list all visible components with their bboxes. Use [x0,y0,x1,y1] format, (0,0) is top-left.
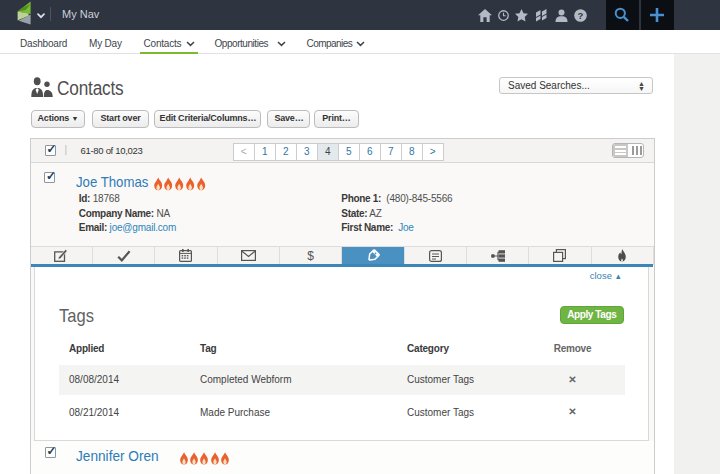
svg-text:?: ? [578,9,584,20]
